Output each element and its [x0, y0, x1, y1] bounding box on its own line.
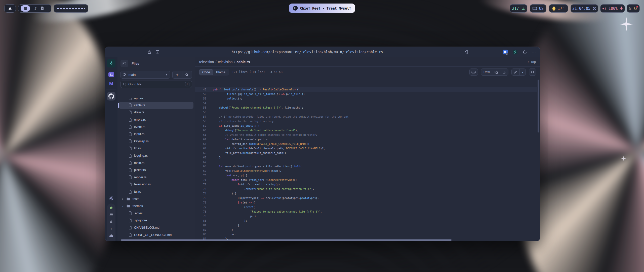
line-number[interactable]: 73: [195, 187, 206, 190]
edit-dropdown-button[interactable]: ▾: [519, 69, 526, 75]
tree-file-.envrc[interactable]: .envrc: [119, 210, 193, 217]
tree-file-television.rs[interactable]: television.rs: [119, 181, 193, 188]
url-bar[interactable]: https://github.com/alexpasmantier/televi…: [105, 47, 510, 57]
line-number[interactable]: 62: [195, 138, 206, 141]
branch-selector[interactable]: main ▾: [120, 71, 170, 79]
gmail-tab[interactable]: M: [107, 80, 115, 88]
line-number[interactable]: 77: [195, 206, 206, 209]
line-number[interactable]: 75: [195, 196, 206, 199]
line-number[interactable]: 55: [195, 106, 206, 109]
line-number[interactable]: 61: [195, 133, 206, 136]
line-number[interactable]: 70: [195, 174, 206, 177]
edit-button[interactable]: [512, 69, 519, 75]
tree-file-keymap.rs[interactable]: keymap.rs: [119, 138, 193, 145]
line-number[interactable]: 54: [195, 101, 206, 105]
weather-widget[interactable]: 17°: [549, 4, 568, 13]
bolt-extension-icon[interactable]: [512, 49, 517, 54]
breadcrumb-repo[interactable]: television: [199, 60, 214, 64]
search-tree-button[interactable]: [182, 71, 192, 78]
bookmark-icon[interactable]: [464, 49, 469, 54]
line-number[interactable]: 67: [195, 160, 206, 163]
tree-file-tui.rs[interactable]: tui.rs: [119, 188, 193, 195]
window-title-widget[interactable]: [54, 4, 88, 13]
workspace-memo-icon[interactable]: [109, 241, 113, 241]
copy-button[interactable]: [492, 69, 500, 75]
line-number[interactable]: 58: [195, 120, 206, 123]
line-number[interactable]: 60: [195, 129, 206, 132]
tab-code[interactable]: Code: [199, 69, 213, 75]
github-tab[interactable]: [107, 92, 115, 100]
audio-widget[interactable]: 100%: [600, 4, 625, 13]
line-number[interactable]: 80: [195, 219, 206, 222]
music-note-icon[interactable]: ♪: [34, 6, 37, 11]
puzzle-icon[interactable]: [522, 49, 527, 54]
line-number[interactable]: 43: [195, 88, 206, 91]
tree-file-lib.rs[interactable]: lib.rs: [119, 145, 193, 152]
line-number[interactable]: 53: [195, 97, 206, 100]
tree-file-input.rs[interactable]: input.rs: [119, 130, 193, 138]
workspace-music-icon[interactable]: ♪: [109, 227, 113, 231]
line-number[interactable]: 59: [195, 124, 206, 127]
line-number[interactable]: 72: [195, 183, 206, 186]
tree-file-errors.rs[interactable]: errors.rs: [119, 116, 193, 123]
code-view-button[interactable]: [529, 69, 536, 76]
tree-file-cable.rs[interactable]: cable.rs: [119, 102, 193, 109]
more-dots[interactable]: ⋯: [531, 49, 536, 54]
tree-file-picker.rs[interactable]: picker.rs: [119, 166, 193, 174]
tree-folder-themes[interactable]: ›themes: [119, 202, 193, 210]
goto-file-input[interactable]: Go to file t: [120, 81, 192, 88]
line-number[interactable]: 63: [195, 142, 206, 145]
horizontal-scrollbar[interactable]: [121, 240, 452, 241]
back-to-top-link[interactable]: ↑ Top: [528, 60, 536, 64]
breadcrumb-dir[interactable]: television: [218, 60, 232, 64]
ublock-shield-icon[interactable]: [503, 49, 508, 54]
document-icon[interactable]: [41, 7, 44, 10]
download-button[interactable]: [107, 231, 115, 240]
line-number[interactable]: 66: [195, 156, 206, 159]
vertical-scrollbar[interactable]: [538, 80, 539, 132]
tree-file-render.rs[interactable]: render.rs: [119, 174, 193, 181]
launcher-button[interactable]: [4, 4, 16, 13]
updates-widget[interactable]: 217: [510, 4, 527, 13]
flower-settings-button[interactable]: [107, 194, 115, 202]
workspace-laptop-icon[interactable]: [109, 213, 113, 217]
line-number[interactable]: 52: [195, 92, 206, 95]
line-number[interactable]: 78: [195, 210, 206, 213]
line-number[interactable]: 81: [195, 224, 206, 227]
raw-button[interactable]: Raw: [481, 69, 492, 75]
tree-file-app.rs[interactable]: app.rs: [119, 98, 193, 102]
tree-file-logging.rs[interactable]: logging.rs: [119, 152, 193, 159]
line-number[interactable]: 64: [195, 147, 206, 150]
line-number[interactable]: 76: [195, 201, 206, 204]
tree-file-.gitignore[interactable]: .gitignore: [119, 217, 193, 224]
tree-file-draw.rs[interactable]: draw.rs: [119, 109, 193, 116]
line-number[interactable]: 74: [195, 192, 206, 195]
tree-file-CONTRIBUTING.md[interactable]: CONTRIBUTING.md: [119, 239, 193, 239]
tree-folder-tests[interactable]: ›tests: [119, 195, 193, 202]
line-number[interactable]: 69: [195, 169, 206, 172]
calendar-tab[interactable]: 31: [107, 70, 115, 79]
tab-blame[interactable]: Blame: [213, 69, 228, 75]
copilot-button[interactable]: [469, 69, 478, 76]
new-file-button[interactable]: +: [173, 71, 182, 78]
workspace-house-icon[interactable]: [109, 206, 113, 210]
line-number[interactable]: 82: [195, 228, 206, 231]
tree-file-CODE_OF_CONDUCT.md[interactable]: CODE_OF_CONDUCT.md: [119, 231, 193, 239]
tree-file-main.rs[interactable]: main.rs: [119, 159, 193, 166]
line-number[interactable]: 65: [195, 151, 206, 154]
bolt-tab[interactable]: [107, 59, 115, 67]
sidebar-collapse-button[interactable]: [120, 60, 128, 67]
line-number[interactable]: 71: [195, 178, 206, 181]
workspace-lock-icon[interactable]: [109, 220, 113, 224]
workspace-browser-active[interactable]: [21, 5, 30, 12]
clock-widget[interactable]: 21:04:05: [571, 4, 598, 13]
notifications-widget[interactable]: 8: [627, 4, 640, 13]
line-number[interactable]: 83: [195, 233, 206, 236]
keyboard-layout-widget[interactable]: US: [530, 4, 546, 13]
line-number[interactable]: 68: [195, 165, 206, 168]
media-player-widget[interactable]: Chief Keef - Treat Myself: [289, 4, 355, 13]
tree-file-CHANGELOG.md[interactable]: CHANGELOG.md: [119, 224, 193, 231]
download-raw-button[interactable]: [500, 69, 508, 75]
line-number[interactable]: 57: [195, 115, 206, 118]
code-blob[interactable]: 43pub fn load_cable_channels() -> Result…: [195, 87, 537, 241]
